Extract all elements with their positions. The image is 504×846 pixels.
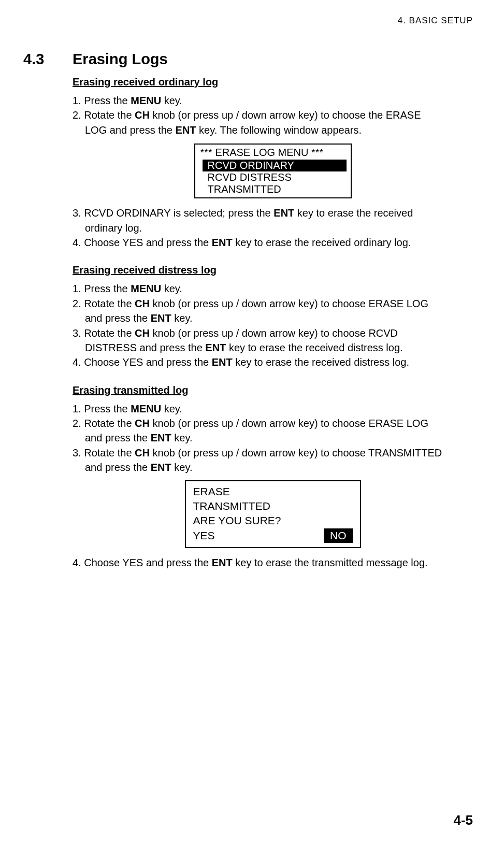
step-3-3: 3. Rotate the CH knob (or press up / dow…	[73, 446, 473, 475]
subheading-transmitted: Erasing transmitted log	[73, 384, 473, 396]
step-1-3: 3. RCVD ORDINARY is selected; press the …	[73, 206, 473, 235]
menu-item-rcvd-ordinary[interactable]: RCVD ORDINARY	[203, 160, 347, 171]
step-3-4: 4. Choose YES and press the ENT key to e…	[73, 555, 473, 570]
section-number: 4.3	[23, 51, 73, 68]
step-2-2: 2. Rotate the CH knob (or press up / dow…	[73, 296, 473, 326]
step-2-4: 4. Choose YES and press the ENT key to e…	[73, 355, 473, 369]
running-head: 4. BASIC SETUP	[23, 16, 473, 26]
page-number: 4-5	[453, 812, 473, 828]
section-title: 4.3Erasing Logs	[23, 51, 473, 68]
confirm-line-3: ARE YOU SURE?	[193, 513, 353, 528]
step-1-4: 4. Choose YES and press the ENT key to e…	[73, 235, 473, 250]
step-2-1: 1. Press the MENU key.	[73, 281, 473, 296]
confirm-line-1: ERASE	[193, 484, 353, 499]
content: Erasing received ordinary log 1. Press t…	[73, 76, 473, 570]
step-2-3: 3. Rotate the CH knob (or press up / dow…	[73, 326, 473, 355]
erase-log-menu: *** ERASE LOG MENU *** RCVD ORDINARY RCV…	[194, 144, 352, 198]
confirm-dialog: ERASE TRANSMITTED ARE YOU SURE? YES NO	[185, 480, 361, 548]
step-1-2: 2. Rotate the CH knob (or press up / dow…	[73, 108, 473, 137]
page: 4. BASIC SETUP 4.3Erasing Logs Erasing r…	[0, 0, 504, 846]
confirm-line-2: TRANSMITTED	[193, 499, 353, 513]
menu-item-transmitted[interactable]: TRANSMITTED	[195, 183, 351, 197]
menu-title: *** ERASE LOG MENU ***	[195, 145, 351, 160]
subheading-distress: Erasing received distress log	[73, 264, 473, 276]
confirm-yes[interactable]: YES	[193, 528, 215, 543]
step-1-1: 1. Press the MENU key.	[73, 93, 473, 108]
step-3-2: 2. Rotate the CH knob (or press up / dow…	[73, 416, 473, 446]
subheading-ordinary: Erasing received ordinary log	[73, 76, 473, 88]
step-3-1: 1. Press the MENU key.	[73, 402, 473, 416]
menu-item-rcvd-distress[interactable]: RCVD DISTRESS	[195, 171, 351, 183]
confirm-no[interactable]: NO	[324, 528, 353, 543]
section-name: Erasing Logs	[73, 51, 168, 67]
